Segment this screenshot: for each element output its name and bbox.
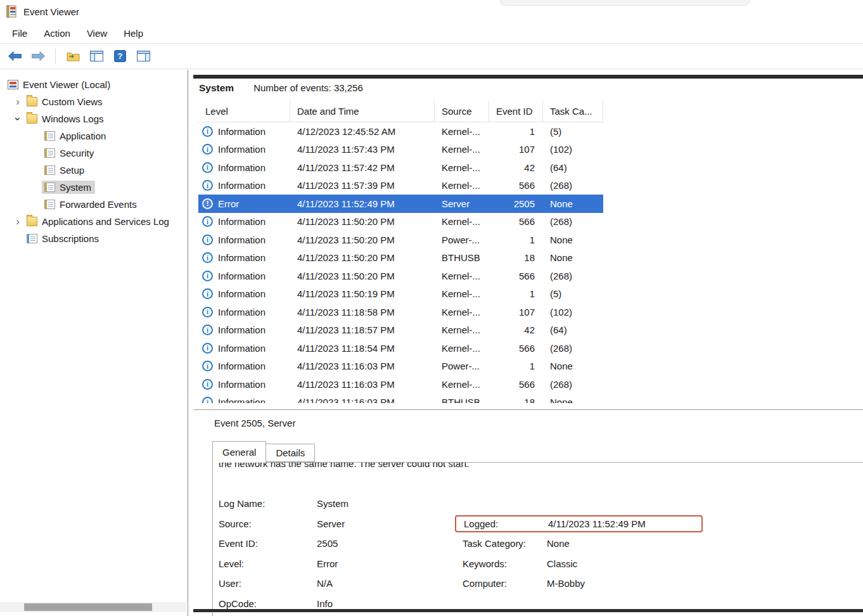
open-saved-log-button[interactable] — [62, 47, 84, 66]
event-description-clipped: the network has the same name. The serve… — [219, 463, 863, 471]
cell-datetime: 4/11/2023 11:16:03 PM — [290, 357, 435, 376]
field-pair: Computer: M-Bobby — [463, 578, 693, 589]
cell-source: Kernel-... — [435, 141, 489, 159]
details-tab[interactable]: Details — [266, 444, 315, 462]
tree-node-icon — [44, 131, 55, 141]
tree-node-label: Setup — [60, 165, 84, 176]
forward-button[interactable] — [27, 47, 49, 66]
cell-datetime: 4/11/2023 11:18:58 PM — [290, 303, 435, 321]
show-action-pane-button[interactable] — [132, 47, 154, 66]
field-value: N/A — [317, 578, 463, 589]
column-header-datetime[interactable]: Date and Time — [290, 101, 435, 122]
event-row[interactable]: Information 4/11/2023 11:57:42 PM Kernel… — [198, 158, 603, 177]
tree-node[interactable]: Security — [42, 146, 98, 160]
event-fields: Log Name: System Source: Server Logged: — [219, 494, 863, 613]
cell-level: Information — [198, 231, 290, 249]
menu-item[interactable]: View — [79, 25, 115, 41]
toolbar: ? — [0, 44, 863, 69]
tree-node-label: Forwarded Events — [60, 199, 137, 210]
back-button[interactable] — [4, 47, 25, 66]
event-row[interactable]: Error 4/11/2023 11:52:49 PM Server 2505 … — [198, 195, 603, 213]
cell-taskcategory: (102) — [543, 303, 603, 321]
help-button[interactable]: ? — [109, 47, 131, 66]
tree-item[interactable]: Subscriptions — [0, 230, 188, 247]
console-tree-icon — [90, 51, 103, 61]
scrollbar-thumb[interactable] — [24, 603, 152, 611]
cell-source: Kernel-... — [435, 303, 489, 321]
tree-item[interactable]: Security — [0, 144, 188, 162]
event-level-icon — [202, 324, 213, 335]
tree-item[interactable]: Setup — [0, 162, 188, 179]
tree-node[interactable]: Forwarded Events — [42, 198, 141, 211]
tree-node[interactable]: Event Viewer (Local) — [5, 78, 114, 91]
cell-taskcategory: None — [543, 394, 603, 404]
column-header-source[interactable]: Source — [435, 101, 489, 122]
tree-item[interactable]: Windows Logs — [0, 110, 188, 127]
chevron-icon[interactable] — [10, 216, 25, 227]
event-row[interactable]: Information 4/11/2023 11:57:43 PM Kernel… — [198, 141, 603, 159]
menu-item[interactable]: File — [4, 25, 35, 41]
event-list: Level Date and Time Source Event ID Task… — [198, 101, 655, 403]
field-label: Task Category: — [463, 538, 547, 549]
tree-node[interactable]: System — [42, 181, 95, 194]
event-row[interactable]: Information 4/11/2023 11:50:19 PM Kernel… — [198, 285, 603, 304]
cell-level: Information — [198, 158, 290, 177]
tree-node-icon — [8, 80, 18, 89]
tree-node[interactable]: Setup — [42, 164, 88, 177]
event-row[interactable]: Information 4/11/2023 11:18:57 PM Kernel… — [198, 321, 603, 340]
tree-node-icon — [27, 217, 37, 226]
event-row[interactable]: Information 4/12/2023 12:45:52 AM Kernel… — [198, 122, 603, 141]
events-count: Number of events: 33,256 — [253, 82, 363, 93]
cell-taskcategory: None — [543, 249, 603, 267]
tree-node[interactable]: Applications and Services Log — [24, 215, 173, 228]
event-row[interactable]: Information 4/11/2023 11:50:20 PM Kernel… — [198, 267, 603, 285]
field-label: Keywords: — [463, 558, 547, 569]
tree-node[interactable]: Windows Logs — [24, 112, 108, 125]
tree-node[interactable]: Subscriptions — [24, 232, 103, 245]
show-console-tree-button[interactable] — [86, 47, 107, 66]
event-row[interactable]: Information 4/11/2023 11:16:03 PM Power-… — [198, 357, 603, 376]
menu-item[interactable]: Help — [115, 25, 151, 41]
cell-source: Kernel-... — [435, 267, 489, 285]
event-list-header: Level Date and Time Source Event ID Task… — [198, 101, 603, 122]
tree-node-label: Windows Logs — [42, 113, 104, 124]
cell-eventid: 107 — [489, 303, 543, 321]
tree-item[interactable]: Event Viewer (Local) — [0, 76, 188, 93]
tree-item[interactable]: Applications and Services Log — [0, 213, 188, 230]
menu-item[interactable]: Action — [35, 25, 79, 41]
event-row[interactable]: Information 4/11/2023 11:50:20 PM Power-… — [198, 231, 603, 249]
event-row[interactable]: Information 4/11/2023 11:16:03 PM Kernel… — [198, 375, 603, 394]
event-row[interactable]: Information 4/11/2023 11:18:58 PM Kernel… — [198, 303, 603, 321]
cell-source: Kernel-... — [435, 321, 489, 340]
column-header-level[interactable]: Level — [198, 101, 290, 122]
cell-taskcategory: (268) — [543, 267, 603, 285]
chevron-icon[interactable] — [10, 96, 25, 107]
cell-datetime: 4/11/2023 11:16:03 PM — [290, 375, 435, 394]
event-level-icon — [202, 180, 213, 191]
svg-text:?: ? — [117, 51, 122, 61]
cell-datetime: 4/11/2023 11:50:20 PM — [290, 267, 435, 285]
details-tab[interactable]: General — [212, 441, 266, 463]
event-row[interactable]: Information 4/11/2023 11:18:54 PM Kernel… — [198, 339, 603, 357]
cell-datetime: 4/11/2023 11:50:20 PM — [290, 249, 435, 267]
column-header-eventid[interactable]: Event ID — [489, 101, 543, 122]
tree-item[interactable]: Forwarded Events — [0, 196, 188, 213]
column-header-taskcategory[interactable]: Task Ca... — [543, 101, 603, 122]
tree-item[interactable]: Custom Views — [0, 93, 188, 110]
event-row[interactable]: Information 4/11/2023 11:57:39 PM Kernel… — [198, 177, 603, 195]
tree-item[interactable]: Application — [0, 127, 188, 144]
tree-node-icon — [44, 200, 55, 209]
sidebar-horizontal-scrollbar[interactable] — [0, 602, 186, 612]
tree-node[interactable]: Custom Views — [24, 95, 106, 108]
event-row[interactable]: Information 4/11/2023 11:50:20 PM Kernel… — [198, 213, 603, 231]
chevron-icon[interactable] — [13, 112, 23, 127]
event-row[interactable]: Information 4/11/2023 11:16:03 PM BTHUSB… — [198, 394, 603, 404]
cell-eventid: 18 — [489, 394, 543, 404]
tree-item[interactable]: System — [0, 179, 188, 196]
tree-node[interactable]: Application — [42, 129, 110, 143]
tree-node-icon — [27, 234, 37, 243]
event-row[interactable]: Information 4/11/2023 11:50:20 PM BTHUSB… — [198, 249, 603, 267]
open-saved-log-icon — [67, 51, 80, 61]
event-level-text: Information — [218, 397, 265, 403]
cell-level: Information — [198, 285, 290, 304]
